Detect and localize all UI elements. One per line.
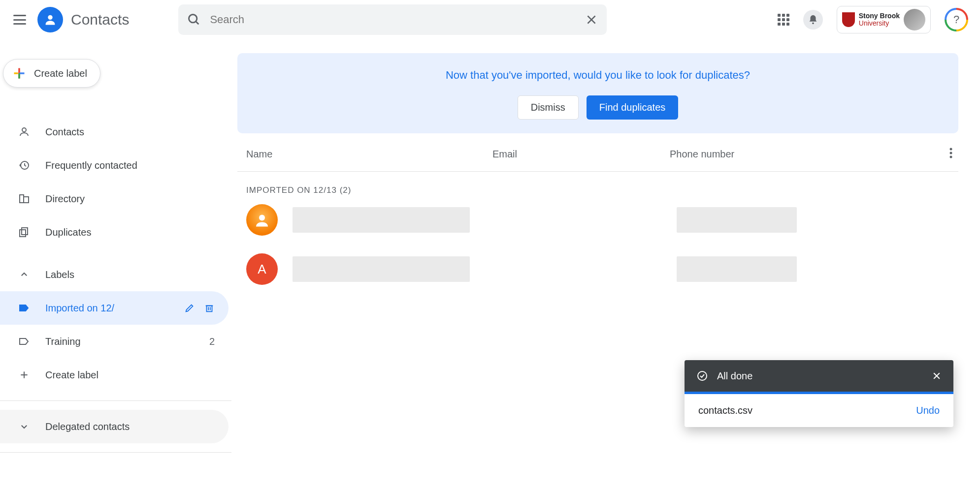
person-icon xyxy=(43,13,57,27)
svg-point-22 xyxy=(950,148,952,151)
column-header-email: Email xyxy=(492,149,670,160)
header-right: Stony BrookUniversity ? xyxy=(778,6,968,33)
sidebar-item-label: Imported on 12/ xyxy=(45,303,114,314)
contact-avatar: A xyxy=(246,253,278,285)
find-duplicates-button[interactable]: Find duplicates xyxy=(587,95,679,120)
hamburger-icon xyxy=(13,15,26,25)
sidebar-label-training[interactable]: Training 2 xyxy=(0,325,229,358)
sidebar-delegated-header[interactable]: Delegated contacts xyxy=(0,410,229,443)
sidebar: Create label Contacts Frequently contact… xyxy=(0,39,231,491)
search-icon xyxy=(187,13,201,27)
svg-rect-16 xyxy=(207,306,212,311)
banner-text: Now that you've imported, would you like… xyxy=(237,69,958,82)
delete-icon[interactable] xyxy=(204,303,215,313)
contact-avatar xyxy=(246,204,278,236)
organization-badge[interactable]: Stony BrookUniversity xyxy=(837,6,931,33)
directory-icon xyxy=(18,192,31,205)
dismiss-button[interactable]: Dismiss xyxy=(518,95,579,120)
app-header: Contacts Stony BrookUniversity xyxy=(0,0,980,39)
search-box[interactable] xyxy=(178,4,607,35)
group-title: IMPORTED ON 12/13 (2) xyxy=(246,185,958,195)
sidebar-label-imported[interactable]: Imported on 12/ xyxy=(0,291,229,325)
label-icon xyxy=(18,335,31,348)
svg-line-2 xyxy=(196,22,199,25)
more-options-button[interactable] xyxy=(949,147,952,161)
close-icon[interactable] xyxy=(932,371,942,381)
account-avatar[interactable] xyxy=(904,9,925,31)
table-header: Name Email Phone number xyxy=(237,133,958,172)
sidebar-item-label: Duplicates xyxy=(45,227,91,238)
create-contact-label: Create label xyxy=(34,68,87,79)
app-title: Contacts xyxy=(71,11,129,28)
svg-point-10 xyxy=(22,128,26,132)
support-button[interactable]: ? xyxy=(945,8,968,31)
more-vert-icon xyxy=(949,147,952,159)
redacted-name xyxy=(293,207,470,233)
toast-title: All done xyxy=(717,370,752,382)
app-logo xyxy=(37,7,63,32)
sidebar-item-label: Frequently contacted xyxy=(45,160,137,171)
apps-grid-icon xyxy=(778,14,789,26)
duplicates-banner: Now that you've imported, would you like… xyxy=(237,53,958,133)
divider xyxy=(0,452,231,453)
sidebar-item-label: Create label xyxy=(45,369,98,381)
sidebar-item-directory[interactable]: Directory xyxy=(0,182,229,215)
redacted-name xyxy=(293,256,470,282)
label-icon xyxy=(18,302,31,314)
chevron-down-icon xyxy=(18,420,31,433)
check-circle-icon xyxy=(696,370,708,382)
sidebar-labels-header[interactable]: Labels xyxy=(0,258,229,291)
label-count: 2 xyxy=(209,336,215,347)
duplicates-icon xyxy=(18,226,31,239)
create-contact-button[interactable]: Create label xyxy=(3,59,100,88)
redacted-phone xyxy=(677,256,797,282)
redacted-phone xyxy=(677,207,797,233)
svg-point-23 xyxy=(950,152,952,154)
divider xyxy=(0,400,231,401)
svg-point-26 xyxy=(698,371,707,380)
svg-point-24 xyxy=(950,156,952,158)
help-icon: ? xyxy=(947,10,966,30)
svg-point-0 xyxy=(48,15,52,20)
undo-button[interactable]: Undo xyxy=(916,405,940,416)
org-shield-icon xyxy=(842,12,855,27)
sidebar-item-frequent[interactable]: Frequently contacted xyxy=(0,149,229,182)
svg-point-1 xyxy=(189,15,197,23)
bell-icon xyxy=(808,14,818,25)
svg-rect-15 xyxy=(20,230,26,237)
chevron-up-icon xyxy=(18,268,31,281)
column-header-name: Name xyxy=(246,149,492,160)
sidebar-item-label: Directory xyxy=(45,193,85,205)
notifications-button[interactable] xyxy=(803,10,823,30)
main-menu-button[interactable] xyxy=(6,6,33,33)
svg-point-25 xyxy=(259,215,265,221)
contact-row[interactable] xyxy=(237,195,958,245)
clear-search-icon[interactable] xyxy=(585,13,598,26)
sidebar-item-label: Contacts xyxy=(45,126,84,138)
svg-rect-13 xyxy=(24,197,29,203)
edit-icon[interactable] xyxy=(184,303,195,313)
plus-small-icon xyxy=(18,368,31,381)
sidebar-item-duplicates[interactable]: Duplicates xyxy=(0,215,229,249)
person-outline-icon xyxy=(18,125,31,138)
sidebar-item-label: Training xyxy=(45,336,81,347)
search-input[interactable] xyxy=(210,13,585,26)
svg-rect-12 xyxy=(20,195,24,203)
toast-header: All done xyxy=(685,360,953,392)
import-toast: All done contacts.csv Undo xyxy=(685,360,953,427)
sidebar-item-label: Delegated contacts xyxy=(45,421,130,432)
contact-row[interactable]: A xyxy=(237,245,958,294)
column-header-phone: Phone number xyxy=(670,149,949,160)
toast-filename: contacts.csv xyxy=(698,405,752,416)
google-apps-button[interactable] xyxy=(778,14,789,26)
plus-icon xyxy=(12,66,26,80)
history-icon xyxy=(18,159,31,172)
org-text: Stony BrookUniversity xyxy=(859,12,900,28)
svg-point-5 xyxy=(812,23,814,25)
sidebar-create-label[interactable]: Create label xyxy=(0,358,229,392)
sidebar-item-label: Labels xyxy=(45,269,74,280)
person-icon xyxy=(253,211,271,229)
sidebar-item-contacts[interactable]: Contacts xyxy=(0,115,229,149)
svg-rect-14 xyxy=(22,228,28,235)
toast-body: contacts.csv Undo xyxy=(685,394,953,427)
